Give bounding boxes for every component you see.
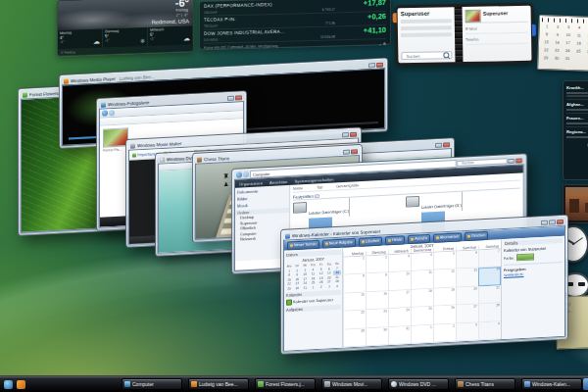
calendar-day-cell[interactable]: 23	[366, 309, 388, 328]
back-icon[interactable]	[236, 172, 242, 177]
close-button[interactable]	[351, 149, 358, 154]
toolbar-views[interactable]: Ansichten	[270, 178, 287, 184]
calendar-day-cell[interactable]: 28	[478, 303, 501, 322]
calendar-day-cell[interactable]: 11	[411, 270, 433, 290]
taskbar-button-photo[interactable]: Forest Flowers.j...	[255, 378, 316, 390]
minimize-button[interactable]	[435, 142, 442, 147]
close-button[interactable]	[376, 62, 383, 67]
calendar-day-cell[interactable]: 24	[388, 308, 411, 327]
calendar-day-cell[interactable]: 4	[411, 253, 433, 272]
calendar-day-cell[interactable]: 26	[433, 306, 456, 325]
mini-cal-day[interactable]: 1	[309, 285, 317, 290]
forward-icon[interactable]	[109, 110, 115, 116]
calendar-day-cell[interactable]: 6	[456, 250, 478, 270]
chess-pawn[interactable]: ♟	[223, 181, 228, 188]
calendar-day-cell[interactable]: 3	[388, 254, 411, 273]
close-button[interactable]	[350, 131, 357, 136]
news-item[interactable]: Afghan...	[566, 100, 588, 114]
contacts-search[interactable]	[401, 51, 452, 60]
calendar-day-cell[interactable]: 4	[478, 321, 501, 341]
close-button[interactable]	[557, 219, 564, 223]
bookmark-tab-orange[interactable]	[393, 13, 397, 23]
contacts-search-input[interactable]	[404, 52, 443, 60]
calendar-day-cell[interactable]: 9	[366, 273, 388, 293]
minimize-button[interactable]	[227, 95, 234, 100]
taskbar-button-chess[interactable]: Chess Titans	[455, 378, 515, 390]
calendar-day-cell[interactable]: 31	[388, 326, 411, 346]
calendar-day-cell[interactable]: 19	[433, 287, 456, 307]
back-icon[interactable]	[102, 110, 108, 116]
taskbar-button-calendar[interactable]: Windows-Kalen...	[521, 378, 582, 390]
calendar-day-cell[interactable]: 20	[456, 286, 478, 306]
calendar-day-cell[interactable]: 12	[433, 270, 456, 289]
contact-row[interactable]	[401, 25, 452, 30]
column-size[interactable]: Gesamtgröße	[336, 183, 359, 188]
news-item[interactable]: Frauen...	[566, 114, 588, 127]
color-swatch-dropdown[interactable]	[516, 253, 534, 261]
calendar-day-cell[interactable]: 1	[343, 256, 366, 275]
calendar-day-cell[interactable]: 1	[411, 324, 433, 344]
calendar-day-cell[interactable]: 21	[478, 285, 501, 305]
maximize-button[interactable]	[549, 220, 556, 224]
calendar-day-cell[interactable]: 17	[388, 290, 411, 310]
taskbar-button-dvd-maker[interactable]: Windows DVD ...	[388, 378, 449, 390]
calendar-day-cell[interactable]: 10	[388, 271, 411, 291]
column-type[interactable]: Typ	[317, 185, 322, 189]
contacts-gadget[interactable]: Superuser Superuser E-Mail Telefon	[394, 3, 534, 66]
bookmark-tab-blue[interactable]	[532, 24, 536, 36]
calendar-day-cell[interactable]: 16	[366, 291, 388, 311]
today-button[interactable]: Heute	[385, 235, 405, 245]
chess-piece[interactable]: ♜	[223, 172, 229, 179]
calendar-day-cell[interactable]: 18	[411, 289, 433, 309]
close-button[interactable]	[235, 95, 242, 100]
forward-icon[interactable]	[243, 172, 249, 177]
taskbar-button-computer[interactable]: Computer	[122, 378, 182, 390]
calendar-day-cell[interactable]: 15	[343, 292, 366, 312]
mini-cal-day[interactable]: 29	[285, 286, 293, 291]
quick-launch-app-icon[interactable]	[17, 380, 25, 389]
close-button[interactable]	[443, 142, 450, 147]
minimize-button[interactable]	[343, 149, 350, 154]
calendar-day-cell[interactable]: 25	[411, 307, 433, 326]
news-feed-gadget[interactable]: Krankh... Afghan... Frauen... Regiona...	[563, 80, 588, 180]
calendar-day-cell[interactable]: 13	[456, 269, 478, 288]
quick-launch-media-icon[interactable]	[4, 380, 13, 389]
stocks-footer-icons[interactable]: ⌄ ⊕	[378, 41, 386, 46]
calendar-day-cell[interactable]: 5	[433, 252, 456, 271]
calendar-day-cell[interactable]: 29	[343, 328, 366, 348]
minimize-button[interactable]	[368, 63, 375, 68]
mini-cal-day[interactable]: 2	[318, 285, 325, 290]
news-item[interactable]: Regiona...	[566, 127, 588, 140]
minimize-button[interactable]	[342, 132, 349, 137]
calendar-day-cell[interactable]: 14	[478, 268, 501, 287]
mini-cal-day[interactable]: 4	[333, 284, 341, 289]
calendar-day-cell[interactable]: 7	[478, 249, 501, 269]
contact-row[interactable]	[401, 19, 452, 24]
taskbar-button-media-player[interactable]: Ludwig van Bee...	[188, 378, 249, 390]
weather-gadget[interactable]: -6° Freitag 2° | -8° Redmond, USA Montag…	[57, 0, 194, 57]
system-tray-edge[interactable]	[583, 378, 588, 390]
calendar-day-cell[interactable]: 22	[343, 311, 366, 330]
calendar-day-cell[interactable]: 3	[456, 322, 478, 342]
calendar-day-cell[interactable]: 2	[433, 323, 456, 343]
taskbar-button-movie-maker[interactable]: Windows Movi...	[321, 378, 382, 390]
stocks-gadget[interactable]: DAX (PERFORMANCE-INDEX) +17,87 100:DAX 6…	[199, 0, 391, 50]
calendar-day-cell[interactable]: 2	[366, 255, 388, 274]
close-button[interactable]	[515, 158, 522, 163]
minimize-button[interactable]	[508, 158, 514, 163]
minimize-button[interactable]	[541, 220, 548, 224]
calendar-color-checkbox[interactable]	[286, 299, 292, 305]
window-calendar[interactable]: Windows-Kalender - Kalender von Superuse…	[280, 215, 568, 355]
contact-row[interactable]	[401, 32, 452, 37]
mini-cal-day[interactable]: 3	[325, 284, 333, 289]
column-name[interactable]: Name	[293, 186, 303, 191]
toolbar-organize[interactable]: Organisieren	[239, 180, 263, 186]
mini-cal-day[interactable]: 30	[293, 286, 301, 291]
calendar-day-cell[interactable]: 27	[456, 305, 478, 324]
news-item[interactable]: Krankh...	[566, 83, 588, 100]
mini-cal-day[interactable]: 31	[301, 285, 309, 290]
calendar-day-cell[interactable]: 30	[366, 327, 388, 347]
stock-value: 6.765,17	[322, 7, 335, 11]
mini-calendar-gadget[interactable]: 1234567891011121314151617181920212223242…	[537, 15, 588, 72]
calendar-day-cell[interactable]: 8	[343, 274, 366, 294]
